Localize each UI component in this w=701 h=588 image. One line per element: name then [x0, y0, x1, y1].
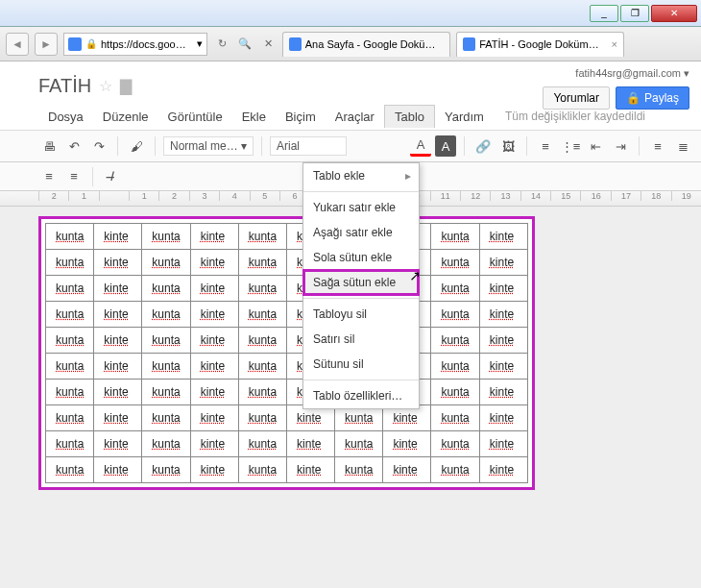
table-cell[interactable]: kunta: [431, 276, 479, 302]
table-cell[interactable]: kunta: [142, 380, 190, 405]
table-cell[interactable]: kinte: [479, 405, 527, 431]
table-cell[interactable]: kunta: [142, 405, 190, 431]
document-table[interactable]: kuntakintekuntakintekuntakintekuntakinte…: [45, 223, 528, 483]
menu-item[interactable]: Tablo ekle: [303, 163, 419, 188]
table-cell[interactable]: kinte: [94, 328, 142, 354]
style-select[interactable]: Normal me… ▾: [163, 136, 254, 156]
tab-close-icon[interactable]: ×: [612, 38, 617, 50]
table-cell[interactable]: kunta: [431, 380, 479, 405]
table-cell[interactable]: kunta: [142, 276, 190, 302]
table-cell[interactable]: kunta: [238, 380, 286, 405]
table-cell[interactable]: kinte: [94, 380, 142, 405]
menu-item[interactable]: Tablo özellikleri…: [303, 383, 419, 408]
table-cell[interactable]: kinte: [190, 354, 238, 380]
table-cell[interactable]: kunta: [335, 431, 383, 457]
table-cell[interactable]: kunta: [238, 431, 286, 457]
table-cell[interactable]: kinte: [190, 431, 238, 457]
table-cell[interactable]: kunta: [431, 302, 479, 328]
menu-item[interactable]: Sağa sütun ekle: [303, 270, 419, 295]
table-cell[interactable]: kunta: [142, 224, 190, 250]
window-minimize-button[interactable]: _: [590, 5, 618, 22]
menu-item[interactable]: Aşağı satır ekle: [303, 220, 419, 245]
table-cell[interactable]: kunta: [238, 250, 286, 276]
table-cell[interactable]: kunta: [431, 431, 479, 457]
table-cell[interactable]: kinte: [190, 224, 238, 250]
table-cell[interactable]: kinte: [190, 380, 238, 405]
table-cell[interactable]: kinte: [94, 457, 142, 483]
table-cell[interactable]: kinte: [94, 224, 142, 250]
table-cell[interactable]: kunta: [46, 380, 94, 405]
table-cell[interactable]: kinte: [190, 250, 238, 276]
table-cell[interactable]: kinte: [479, 354, 527, 380]
table-cell[interactable]: kinte: [479, 457, 527, 483]
numbered-list-icon[interactable]: ≡: [535, 135, 556, 157]
table-cell[interactable]: kunta: [46, 250, 94, 276]
table-cell[interactable]: kunta: [142, 354, 190, 380]
table-cell[interactable]: kinte: [287, 431, 335, 457]
table-cell[interactable]: kunta: [238, 276, 286, 302]
table-cell[interactable]: kunta: [142, 457, 190, 483]
clear-format-icon[interactable]: I̶: [101, 166, 122, 187]
table-cell[interactable]: kunta: [46, 405, 94, 431]
menu-item[interactable]: Yukarı satır ekle: [303, 195, 419, 220]
table-cell[interactable]: kunta: [238, 328, 286, 354]
share-button[interactable]: 🔒Paylaş: [616, 86, 689, 110]
table-cell[interactable]: kinte: [190, 405, 238, 431]
table-cell[interactable]: kunta: [46, 431, 94, 457]
menu-ekle[interactable]: Ekle: [232, 106, 276, 128]
browser-tab-1[interactable]: FATİH - Google Dokümanlar ×: [456, 32, 624, 57]
table-cell[interactable]: kunta: [142, 431, 190, 457]
link-icon[interactable]: 🔗: [472, 135, 494, 157]
align-left-icon[interactable]: ≡: [647, 135, 668, 157]
table-cell[interactable]: kinte: [383, 457, 431, 483]
table-cell[interactable]: kunta: [431, 224, 479, 250]
print-icon[interactable]: 🖶: [38, 135, 60, 157]
table-cell[interactable]: kinte: [479, 302, 527, 328]
window-close-button[interactable]: ✕: [651, 5, 697, 22]
table-cell[interactable]: kunta: [46, 457, 94, 483]
table-cell[interactable]: kunta: [431, 328, 479, 354]
dropdown-icon[interactable]: ▾: [197, 37, 203, 50]
menu-görüntüle[interactable]: Görüntüle: [158, 106, 232, 128]
undo-icon[interactable]: ↶: [63, 135, 85, 157]
text-color-icon[interactable]: A: [410, 135, 431, 157]
bulleted-list-icon[interactable]: ⋮≡: [560, 135, 581, 157]
table-cell[interactable]: kinte: [94, 405, 142, 431]
menu-tablo[interactable]: Tablo: [384, 105, 435, 128]
align-center-icon[interactable]: ≡: [63, 166, 85, 187]
table-cell[interactable]: kunta: [238, 354, 286, 380]
table-cell[interactable]: kinte: [479, 224, 527, 250]
star-icon[interactable]: ☆: [99, 77, 112, 95]
table-cell[interactable]: kunta: [335, 457, 383, 483]
document-title[interactable]: FATİH: [38, 75, 91, 97]
menu-item[interactable]: Sola sütun ekle: [303, 245, 419, 270]
table-cell[interactable]: kinte: [190, 457, 238, 483]
menu-item[interactable]: Tabloyu sil: [303, 302, 419, 327]
outdent-icon[interactable]: ⇤: [585, 135, 606, 157]
table-cell[interactable]: kunta: [142, 302, 190, 328]
table-cell[interactable]: kunta: [431, 457, 479, 483]
table-cell[interactable]: kunta: [238, 405, 286, 431]
menu-dosya[interactable]: Dosya: [38, 106, 93, 128]
table-cell[interactable]: kunta: [238, 224, 286, 250]
highlight-color-icon[interactable]: A: [435, 135, 456, 157]
table-cell[interactable]: kinte: [190, 328, 238, 354]
folder-icon[interactable]: ▇: [120, 77, 132, 95]
image-icon[interactable]: 🖼: [497, 135, 519, 157]
table-cell[interactable]: kunta: [46, 302, 94, 328]
menu-düzenle[interactable]: Düzenle: [93, 106, 158, 128]
align-left-icon[interactable]: ≡: [38, 166, 60, 187]
table-cell[interactable]: kunta: [46, 328, 94, 354]
table-cell[interactable]: kunta: [431, 354, 479, 380]
table-cell[interactable]: kunta: [431, 405, 479, 431]
table-cell[interactable]: kinte: [383, 431, 431, 457]
refresh-button[interactable]: ↻: [213, 36, 230, 53]
search-icon[interactable]: 🔍: [236, 36, 254, 53]
table-cell[interactable]: kinte: [479, 431, 527, 457]
indent-icon[interactable]: ⇥: [610, 135, 631, 157]
table-cell[interactable]: kunta: [238, 302, 286, 328]
align-justify-icon[interactable]: ≣: [672, 135, 693, 157]
table-cell[interactable]: kinte: [479, 380, 527, 405]
browser-tab-0[interactable]: Ana Sayfa - Google Dokümanlar: [282, 32, 450, 57]
table-cell[interactable]: kinte: [94, 276, 142, 302]
